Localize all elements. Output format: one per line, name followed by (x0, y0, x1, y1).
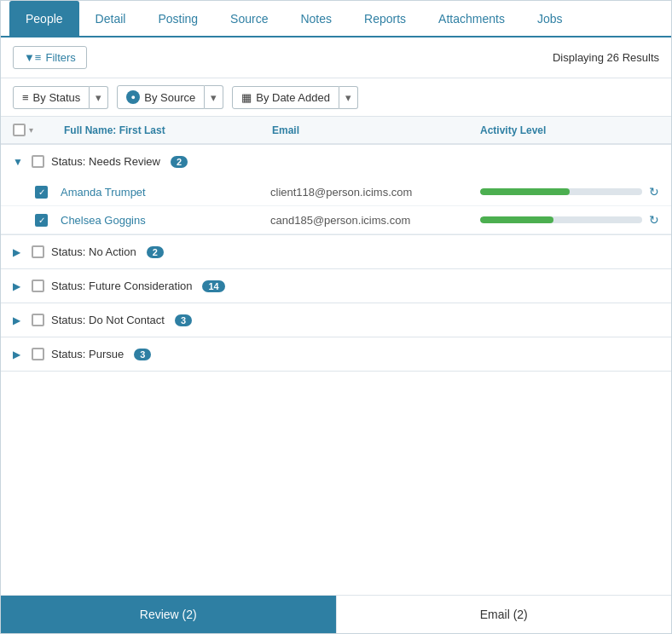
tab-attachments[interactable]: Attachments (422, 1, 521, 36)
status-checkbox-do-not-contact[interactable] (32, 314, 44, 326)
person-checkbox-chelsea[interactable]: ✓ (35, 213, 61, 227)
by-status-button[interactable]: ≡ By Status (13, 86, 90, 109)
person-name-chelsea[interactable]: Chelsea Goggins (61, 214, 270, 227)
tab-reports[interactable]: Reports (348, 1, 422, 36)
list-icon: ≡ (22, 91, 29, 104)
status-header-do-not-contact[interactable]: ▶ Status: Do Not Contact 3 (1, 303, 671, 337)
status-label-pursue: Status: Pursue (51, 348, 124, 360)
by-source-button[interactable]: ● By Source (117, 85, 205, 109)
refresh-icon[interactable]: ↻ (649, 185, 659, 199)
status-count-pursue: 3 (134, 349, 151, 360)
by-status-group: ≡ By Status ▾ (13, 86, 108, 109)
group-controls: ≡ By Status ▾ ● By Source ▾ ▦ By Date Ad… (1, 78, 671, 117)
status-header-future-consideration[interactable]: ▶ Status: Future Consideration 14 (1, 269, 671, 303)
checked-icon[interactable]: ✓ (35, 214, 48, 227)
globe-icon: ● (126, 90, 140, 104)
tab-jobs[interactable]: Jobs (521, 1, 579, 36)
by-date-button[interactable]: ▦ By Date Added (232, 86, 339, 109)
person-checkbox-amanda[interactable]: ✓ (35, 185, 61, 199)
person-activity-amanda: ↻ (480, 185, 659, 199)
tab-bar: People Detail Posting Source Notes Repor… (1, 1, 671, 37)
status-header-pursue[interactable]: ▶ Status: Pursue 3 (1, 337, 671, 371)
status-group-needs-review: ▼ Status: Needs Review 2 ✓ Amanda Trumpe… (1, 145, 671, 235)
email-button[interactable]: Email (2) (336, 596, 672, 633)
by-source-dropdown[interactable]: ▾ (205, 85, 223, 109)
activity-bar-bg (480, 188, 642, 195)
chevron-down-icon: ▼ (13, 156, 25, 168)
tab-detail[interactable]: Detail (79, 1, 142, 36)
status-label-do-not-contact: Status: Do Not Contact (51, 314, 165, 326)
by-date-dropdown[interactable]: ▾ (339, 86, 358, 109)
status-count-no-action: 2 (147, 246, 164, 258)
calendar-icon: ▦ (241, 91, 252, 104)
filter-icon: ▼≡ (24, 51, 41, 64)
chevron-right-icon: ▶ (13, 314, 25, 326)
status-label-needs-review: Status: Needs Review (51, 155, 160, 168)
activity-bar-fill (480, 188, 570, 195)
status-count-needs-review: 2 (171, 156, 188, 168)
status-checkbox-pursue[interactable] (32, 348, 44, 360)
person-activity-chelsea: ↻ (480, 213, 659, 227)
status-group-no-action: ▶ Status: No Action 2 (1, 235, 671, 269)
person-email-amanda: client118@person.icims.com (270, 186, 480, 199)
column-email-header: Email (272, 124, 480, 136)
sort-arrow-icon[interactable]: ▾ (29, 125, 33, 135)
activity-bar-bg (480, 216, 642, 223)
table-header: ▾ Full Name: First Last Email Activity L… (1, 117, 671, 145)
status-checkbox-no-action[interactable] (32, 245, 44, 258)
status-count-do-not-contact: 3 (175, 314, 192, 326)
status-label-no-action: Status: No Action (51, 245, 136, 258)
checked-icon[interactable]: ✓ (35, 186, 48, 199)
status-count-future-consideration: 14 (202, 280, 224, 292)
column-name-header: Full Name: First Last (64, 124, 272, 136)
status-header-needs-review[interactable]: ▼ Status: Needs Review 2 (1, 145, 671, 178)
status-group-future-consideration: ▶ Status: Future Consideration 14 (1, 269, 671, 303)
tab-notes[interactable]: Notes (284, 1, 348, 36)
filters-button[interactable]: ▼≡ Filters (13, 46, 87, 69)
by-status-dropdown[interactable]: ▾ (90, 86, 108, 109)
by-source-group: ● By Source ▾ (117, 85, 223, 109)
status-checkbox-future-consideration[interactable] (32, 280, 44, 292)
header-checkbox-area: ▾ (13, 124, 64, 136)
person-email-chelsea: cand185@person.icims.com (270, 214, 480, 227)
filters-label: Filters (45, 51, 75, 64)
person-name-amanda[interactable]: Amanda Trumpet (61, 186, 270, 199)
table-body: ▼ Status: Needs Review 2 ✓ Amanda Trumpe… (1, 145, 671, 595)
activity-bar-fill (480, 216, 553, 223)
tab-people[interactable]: People (9, 1, 79, 36)
status-label-future-consideration: Status: Future Consideration (51, 280, 192, 292)
status-group-do-not-contact: ▶ Status: Do Not Contact 3 (1, 303, 671, 337)
tab-source[interactable]: Source (214, 1, 284, 36)
results-count: Displaying 26 Results (553, 51, 659, 64)
status-checkbox-needs-review[interactable] (32, 155, 44, 168)
review-button[interactable]: Review (2) (1, 596, 336, 633)
status-header-no-action[interactable]: ▶ Status: No Action 2 (1, 235, 671, 268)
refresh-icon[interactable]: ↻ (649, 213, 659, 227)
table-row: ✓ Amanda Trumpet client118@person.icims.… (1, 178, 671, 206)
select-all-checkbox[interactable] (13, 124, 26, 136)
table-row: ✓ Chelsea Goggins cand185@person.icims.c… (1, 206, 671, 234)
action-bar: Review (2) Email (2) (1, 595, 671, 633)
chevron-right-icon: ▶ (13, 280, 25, 292)
by-date-group: ▦ By Date Added ▾ (232, 86, 358, 109)
main-content: ▾ Full Name: First Last Email Activity L… (1, 117, 671, 595)
chevron-right-icon: ▶ (13, 349, 25, 360)
toolbar: ▼≡ Filters Displaying 26 Results (1, 37, 671, 78)
column-activity-header: Activity Level (480, 124, 659, 136)
chevron-right-icon: ▶ (13, 246, 25, 258)
tab-posting[interactable]: Posting (142, 1, 214, 36)
status-group-pursue: ▶ Status: Pursue 3 (1, 337, 671, 372)
